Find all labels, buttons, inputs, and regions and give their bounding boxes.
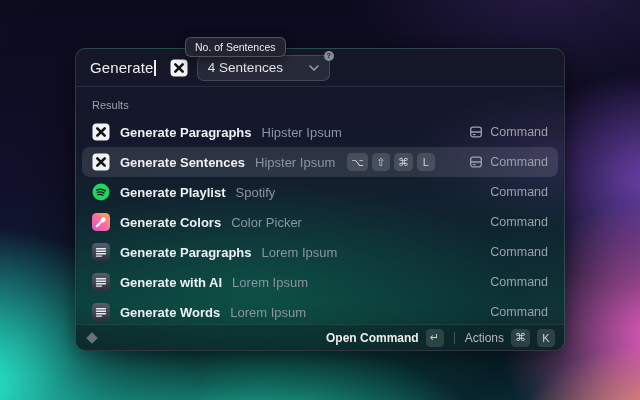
command-type-icon bbox=[469, 155, 483, 169]
result-title: Generate with AI bbox=[120, 275, 222, 290]
result-accessory-group: Command bbox=[490, 185, 548, 199]
result-row[interactable]: Generate Words Lorem Ipsum Command bbox=[82, 297, 558, 324]
result-row[interactable]: Generate Colors Color Picker Command bbox=[82, 207, 558, 237]
result-subtitle: Hipster Ipsum bbox=[255, 155, 335, 170]
result-subtitle: Color Picker bbox=[231, 215, 302, 230]
result-accessory: Command bbox=[490, 125, 548, 139]
result-row[interactable]: Generate Paragraphs Lorem Ipsum Command bbox=[82, 237, 558, 267]
result-accessory-group: Command bbox=[490, 245, 548, 259]
result-accessory-group: Command bbox=[469, 125, 548, 139]
shortcut-key-badge: ⇧ bbox=[372, 153, 390, 171]
actions-menu-button[interactable]: Actions ⌘ K bbox=[465, 329, 555, 347]
result-accessory: Command bbox=[490, 245, 548, 259]
result-accessory: Command bbox=[490, 305, 548, 319]
result-accessory-group: Command bbox=[469, 155, 548, 169]
result-subtitle: Hipster Ipsum bbox=[262, 125, 342, 140]
raycast-command-palette-window: Generate 4 Sentences ? Results Generate … bbox=[75, 48, 565, 351]
desktop-background: { "tooltip": { "text": "No. of Sentences… bbox=[0, 0, 640, 400]
result-row[interactable]: Generate Playlist Spotify Command bbox=[82, 177, 558, 207]
result-accessory-group: Command bbox=[490, 215, 548, 229]
command-key-badge: ⌘ bbox=[511, 329, 530, 347]
results-section-label: Results bbox=[82, 92, 558, 117]
result-accessory: Command bbox=[490, 185, 548, 199]
shortcut-key-badge: ⌥ bbox=[347, 153, 368, 171]
sentence-count-dropdown[interactable]: 4 Sentences ? bbox=[197, 55, 330, 81]
spotify-icon bbox=[92, 183, 110, 201]
tooltip-no-of-sentences: No. of Sentences bbox=[185, 37, 286, 57]
result-subtitle: Lorem Ipsum bbox=[232, 275, 308, 290]
footer-actions: Open Command ↵ Actions ⌘ K bbox=[326, 329, 555, 347]
result-row[interactable]: Generate with AI Lorem Ipsum Command bbox=[82, 267, 558, 297]
k-key-badge: K bbox=[537, 329, 555, 347]
footer-bar: Open Command ↵ Actions ⌘ K bbox=[76, 324, 564, 350]
result-title: Generate Sentences bbox=[120, 155, 245, 170]
result-title: Generate Playlist bbox=[120, 185, 226, 200]
lorem-icon bbox=[92, 303, 110, 321]
lorem-icon bbox=[92, 243, 110, 261]
result-title: Generate Paragraphs bbox=[120, 125, 252, 140]
result-row[interactable]: Generate Sentences Hipster Ipsum ⌥⇧⌘L Co… bbox=[82, 147, 558, 177]
chevron-down-icon bbox=[309, 65, 319, 71]
hipster-icon bbox=[92, 153, 110, 171]
result-title: Generate Colors bbox=[120, 215, 221, 230]
result-title: Generate Words bbox=[120, 305, 220, 320]
shortcut-key-badge: L bbox=[417, 153, 435, 171]
result-accessory: Command bbox=[490, 215, 548, 229]
results-section: Results Generate Paragraphs Hipster Ipsu… bbox=[76, 87, 564, 324]
result-subtitle: Lorem Ipsum bbox=[230, 305, 306, 320]
result-subtitle: Spotify bbox=[236, 185, 276, 200]
hipster-ipsum-extension-icon bbox=[170, 59, 188, 77]
result-row[interactable]: Generate Paragraphs Hipster Ipsum Comman… bbox=[82, 117, 558, 147]
shortcut-badges: ⌥⇧⌘L bbox=[347, 153, 435, 171]
dropdown-selected-value: 4 Sentences bbox=[208, 60, 283, 75]
search-input[interactable]: Generate bbox=[90, 59, 156, 76]
open-command-action[interactable]: Open Command ↵ bbox=[326, 329, 444, 347]
lorem-icon bbox=[92, 273, 110, 291]
command-type-icon bbox=[469, 125, 483, 139]
hipster-icon bbox=[92, 123, 110, 141]
actions-label: Actions bbox=[465, 331, 504, 345]
result-accessory: Command bbox=[490, 275, 548, 289]
enter-key-badge: ↵ bbox=[426, 329, 444, 347]
result-subtitle: Lorem Ipsum bbox=[262, 245, 338, 260]
results-list: Generate Paragraphs Hipster Ipsum Comman… bbox=[82, 117, 558, 324]
raycast-logo-icon bbox=[85, 331, 99, 345]
open-command-label: Open Command bbox=[326, 331, 419, 345]
result-accessory: Command bbox=[490, 155, 548, 169]
footer-divider bbox=[454, 332, 455, 344]
text-caret bbox=[154, 60, 156, 76]
colorpicker-icon bbox=[92, 213, 110, 231]
shortcut-key-badge: ⌘ bbox=[394, 153, 413, 171]
search-input-value: Generate bbox=[90, 59, 153, 76]
tooltip-text: No. of Sentences bbox=[195, 41, 276, 53]
search-bar: Generate 4 Sentences ? bbox=[76, 49, 564, 87]
help-badge[interactable]: ? bbox=[324, 51, 334, 61]
result-accessory-group: Command bbox=[490, 305, 548, 319]
result-accessory-group: Command bbox=[490, 275, 548, 289]
result-title: Generate Paragraphs bbox=[120, 245, 252, 260]
